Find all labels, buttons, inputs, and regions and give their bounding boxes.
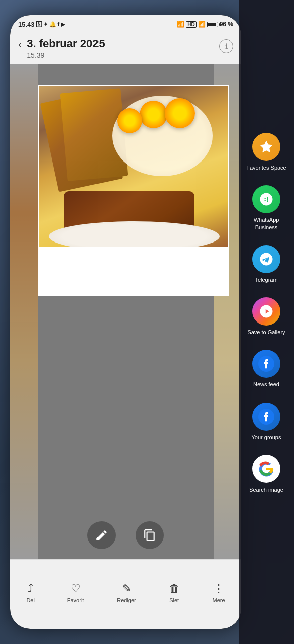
search-image-icon <box>252 455 280 483</box>
egg-yolk-2 <box>165 98 195 128</box>
copy-icon <box>143 529 156 542</box>
info-button[interactable]: ℹ <box>219 39 233 53</box>
heart-icon: ♡ <box>71 582 81 595</box>
battery-icon <box>207 22 218 27</box>
nfc-icon: 🄽 <box>36 21 42 27</box>
status-left: 15.43 🄽 ✦ 🔔 f ▶ <box>18 21 65 28</box>
whatsapp-business-icon: B <box>252 185 280 213</box>
whatsapp-business-label: WhatsApp Business <box>243 216 290 231</box>
del-label: Del <box>26 597 35 603</box>
edit-toolbar-icon: ✎ <box>122 582 131 595</box>
favorit-label: Favorit <box>67 597 84 603</box>
phone-frame: 15.43 🄽 ✦ 🔔 f ▶ 📶 HD 📶 96 % ‹ 3. febr <box>10 15 241 629</box>
corner-bl <box>38 286 48 296</box>
toolbar-item-favorit[interactable]: ♡ Favorit <box>67 582 84 603</box>
whatsapp-biz-logo: B <box>259 192 274 207</box>
news-feed-label: News feed <box>253 381 279 388</box>
action-row <box>10 521 241 549</box>
search-image-label: Search image <box>249 486 283 493</box>
svg-point-2 <box>263 309 265 311</box>
mere-label: Mere <box>212 597 225 603</box>
favorites-space-icon <box>252 133 280 161</box>
date-section: 3. februar 2025 15.39 <box>27 37 219 59</box>
sidebar-item-news-feed[interactable]: News feed <box>239 343 294 395</box>
star-icon <box>259 139 274 154</box>
facebook-groups-logo <box>258 409 274 425</box>
trash-icon: 🗑 <box>169 582 180 595</box>
hd-badge: HD <box>186 21 196 28</box>
battery-percent: 96 % <box>220 21 233 28</box>
sidebar-item-favorites-space[interactable]: Favorites Space <box>239 126 294 178</box>
silent-icon: 🔔 <box>49 21 56 28</box>
status-right: 📶 HD 📶 96 % <box>177 21 233 28</box>
right-sidebar: Favorites Space B WhatsApp Business Tele… <box>239 0 294 644</box>
signal-icon: 📶 <box>198 21 206 28</box>
edit-action-button[interactable] <box>87 521 116 549</box>
copy-action-button[interactable] <box>136 521 164 549</box>
sidebar-item-whatsapp-business[interactable]: B WhatsApp Business <box>239 178 294 238</box>
sidebar-item-telegram[interactable]: Telegram <box>239 238 294 290</box>
facebook-icon: f <box>58 21 60 27</box>
toolbar-item-rediger[interactable]: ✎ Rediger <box>117 582 136 603</box>
toolbar-item-slet[interactable]: 🗑 Slet <box>169 582 180 603</box>
corner-br <box>219 286 229 296</box>
status-bar: 15.43 🄽 ✦ 🔔 f ▶ 📶 HD 📶 96 % <box>10 15 241 33</box>
nav-bar: ◁ ○ □ <box>10 620 241 629</box>
telegram-logo <box>259 252 274 267</box>
rediger-label: Rediger <box>117 597 136 603</box>
toolbar-item-mere[interactable]: ⋮ Mere <box>212 582 225 603</box>
slet-label: Slet <box>169 597 179 603</box>
favorites-space-label: Favorites Space <box>246 164 286 171</box>
wifi-icon: 📶 <box>177 21 184 28</box>
sidebar-item-your-groups[interactable]: Your groups <box>239 395 294 448</box>
bottom-toolbar: ⤴ Del ♡ Favorit ✎ Rediger 🗑 Slet ⋮ Mere <box>10 559 241 620</box>
egg-yolk-1 <box>140 101 167 128</box>
edit-icon <box>95 529 108 542</box>
bluetooth-icon: ✦ <box>43 21 48 28</box>
top-bar: ‹ 3. februar 2025 15.39 ℹ <box>10 33 241 64</box>
sidebar-item-search-image[interactable]: Search image <box>239 448 294 500</box>
time-display: 15.43 <box>18 21 35 28</box>
selection-box <box>38 85 229 296</box>
save-to-gallery-label: Save to Gallery <box>247 329 285 336</box>
youtube-icon: ▶ <box>61 21 65 28</box>
telegram-label: Telegram <box>255 276 277 283</box>
date-title: 3. februar 2025 <box>27 37 219 50</box>
google-logo <box>258 460 275 477</box>
news-feed-icon <box>252 350 280 378</box>
background-image <box>10 64 241 559</box>
your-groups-label: Your groups <box>252 434 281 441</box>
food-image <box>39 86 228 247</box>
back-button[interactable]: ‹ <box>18 38 22 51</box>
egg-yolk-3 <box>117 108 142 133</box>
toolbar-item-del[interactable]: ⤴ Del <box>26 582 35 603</box>
phone-screen: 15.43 🄽 ✦ 🔔 f ▶ 📶 HD 📶 96 % ‹ 3. febr <box>10 15 241 629</box>
battery-fill <box>208 23 216 26</box>
save-to-gallery-icon <box>252 297 280 326</box>
image-white-bottom <box>39 247 228 296</box>
facebook-logo <box>258 356 274 372</box>
date-time: 15.39 <box>27 51 219 59</box>
sidebar-item-save-to-gallery[interactable]: Save to Gallery <box>239 290 294 343</box>
content-area <box>10 64 241 559</box>
share-icon: ⤴ <box>28 582 33 595</box>
your-groups-icon <box>252 403 280 431</box>
telegram-icon <box>252 245 280 273</box>
svg-text:B: B <box>263 196 268 203</box>
more-icon: ⋮ <box>213 582 224 595</box>
gallery-logo <box>259 304 274 319</box>
side-food-left <box>10 64 38 559</box>
